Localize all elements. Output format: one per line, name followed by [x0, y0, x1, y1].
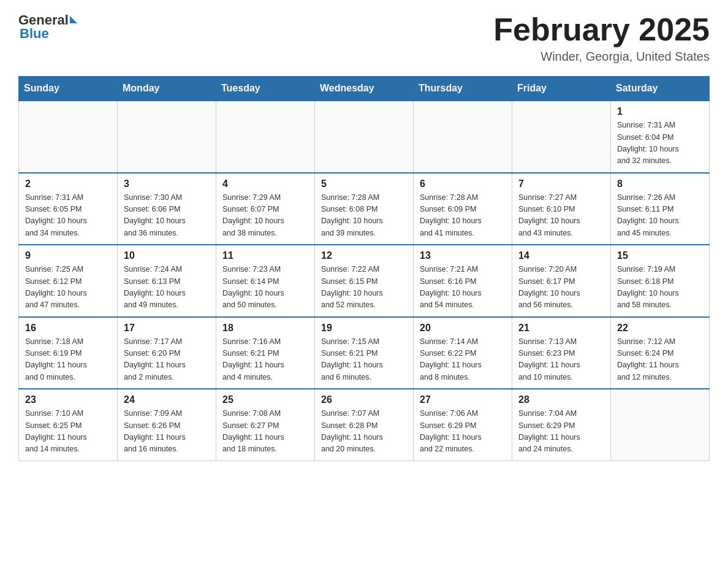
- day-number: 22: [617, 323, 703, 334]
- day-number: 13: [420, 250, 506, 261]
- day-number: 5: [321, 178, 407, 190]
- day-info: Sunrise: 7:06 AM Sunset: 6:29 PM Dayligh…: [420, 408, 506, 456]
- logo: General Blue: [18, 12, 77, 42]
- calendar-week-row: 23Sunrise: 7:10 AM Sunset: 6:25 PM Dayli…: [19, 389, 710, 461]
- calendar-cell: 16Sunrise: 7:18 AM Sunset: 6:19 PM Dayli…: [19, 317, 118, 389]
- calendar-cell: 23Sunrise: 7:10 AM Sunset: 6:25 PM Dayli…: [19, 389, 118, 461]
- weekday-header-thursday: Thursday: [414, 77, 512, 101]
- calendar-cell: 11Sunrise: 7:23 AM Sunset: 6:14 PM Dayli…: [216, 245, 315, 317]
- day-number: 15: [617, 250, 703, 261]
- day-number: 3: [124, 178, 210, 190]
- calendar-table: SundayMondayTuesdayWednesdayThursdayFrid…: [18, 76, 710, 461]
- title-block: February 2025 Winder, Georgia, United St…: [493, 12, 710, 64]
- day-number: 19: [321, 323, 407, 334]
- logo-triangle-icon: [70, 16, 77, 23]
- page-header: General Blue February 2025 Winder, Georg…: [18, 12, 710, 64]
- day-info: Sunrise: 7:26 AM Sunset: 6:11 PM Dayligh…: [617, 192, 703, 240]
- day-number: 26: [321, 394, 407, 405]
- day-info: Sunrise: 7:20 AM Sunset: 6:17 PM Dayligh…: [518, 264, 604, 312]
- day-number: 7: [518, 178, 604, 190]
- calendar-cell: 19Sunrise: 7:15 AM Sunset: 6:21 PM Dayli…: [315, 317, 414, 389]
- weekday-header-friday: Friday: [512, 77, 611, 101]
- calendar-cell: 7Sunrise: 7:27 AM Sunset: 6:10 PM Daylig…: [512, 173, 611, 245]
- calendar-cell: 2Sunrise: 7:31 AM Sunset: 6:05 PM Daylig…: [19, 173, 118, 245]
- calendar-cell: [216, 101, 315, 173]
- day-number: 16: [25, 323, 111, 334]
- calendar-cell: 17Sunrise: 7:17 AM Sunset: 6:20 PM Dayli…: [118, 317, 216, 389]
- day-info: Sunrise: 7:31 AM Sunset: 6:05 PM Dayligh…: [25, 192, 111, 240]
- day-info: Sunrise: 7:18 AM Sunset: 6:19 PM Dayligh…: [25, 336, 111, 384]
- day-info: Sunrise: 7:13 AM Sunset: 6:23 PM Dayligh…: [518, 336, 604, 384]
- day-info: Sunrise: 7:23 AM Sunset: 6:14 PM Dayligh…: [222, 264, 308, 312]
- day-number: 24: [124, 394, 210, 405]
- calendar-week-row: 9Sunrise: 7:25 AM Sunset: 6:12 PM Daylig…: [19, 245, 710, 317]
- calendar-cell: 5Sunrise: 7:28 AM Sunset: 6:08 PM Daylig…: [315, 173, 414, 245]
- day-number: 25: [222, 394, 308, 405]
- calendar-cell: 20Sunrise: 7:14 AM Sunset: 6:22 PM Dayli…: [414, 317, 512, 389]
- calendar-cell: 12Sunrise: 7:22 AM Sunset: 6:15 PM Dayli…: [315, 245, 414, 317]
- day-info: Sunrise: 7:10 AM Sunset: 6:25 PM Dayligh…: [25, 408, 111, 456]
- day-info: Sunrise: 7:17 AM Sunset: 6:20 PM Dayligh…: [124, 336, 210, 384]
- calendar-cell: 13Sunrise: 7:21 AM Sunset: 6:16 PM Dayli…: [414, 245, 512, 317]
- day-number: 10: [124, 250, 210, 261]
- calendar-cell: 14Sunrise: 7:20 AM Sunset: 6:17 PM Dayli…: [512, 245, 611, 317]
- calendar-cell: 10Sunrise: 7:24 AM Sunset: 6:13 PM Dayli…: [118, 245, 216, 317]
- calendar-cell: [118, 101, 216, 173]
- month-title: February 2025: [493, 12, 710, 47]
- calendar-cell: 15Sunrise: 7:19 AM Sunset: 6:18 PM Dayli…: [611, 245, 710, 317]
- day-info: Sunrise: 7:27 AM Sunset: 6:10 PM Dayligh…: [518, 192, 604, 240]
- day-info: Sunrise: 7:07 AM Sunset: 6:28 PM Dayligh…: [321, 408, 407, 456]
- day-info: Sunrise: 7:16 AM Sunset: 6:21 PM Dayligh…: [222, 336, 308, 384]
- calendar-cell: 26Sunrise: 7:07 AM Sunset: 6:28 PM Dayli…: [315, 389, 414, 461]
- calendar-cell: 27Sunrise: 7:06 AM Sunset: 6:29 PM Dayli…: [414, 389, 512, 461]
- day-info: Sunrise: 7:12 AM Sunset: 6:24 PM Dayligh…: [617, 336, 703, 384]
- day-info: Sunrise: 7:15 AM Sunset: 6:21 PM Dayligh…: [321, 336, 407, 384]
- calendar-cell: 22Sunrise: 7:12 AM Sunset: 6:24 PM Dayli…: [611, 317, 710, 389]
- calendar-cell: [414, 101, 512, 173]
- day-number: 20: [420, 323, 506, 334]
- day-info: Sunrise: 7:22 AM Sunset: 6:15 PM Dayligh…: [321, 264, 407, 312]
- calendar-cell: 25Sunrise: 7:08 AM Sunset: 6:27 PM Dayli…: [216, 389, 315, 461]
- day-number: 9: [25, 250, 111, 261]
- day-number: 6: [420, 178, 506, 190]
- day-info: Sunrise: 7:08 AM Sunset: 6:27 PM Dayligh…: [222, 408, 308, 456]
- calendar-cell: [512, 101, 611, 173]
- calendar-cell: 21Sunrise: 7:13 AM Sunset: 6:23 PM Dayli…: [512, 317, 611, 389]
- day-info: Sunrise: 7:25 AM Sunset: 6:12 PM Dayligh…: [25, 264, 111, 312]
- day-number: 12: [321, 250, 407, 261]
- calendar-cell: 28Sunrise: 7:04 AM Sunset: 6:29 PM Dayli…: [512, 389, 611, 461]
- calendar-week-row: 16Sunrise: 7:18 AM Sunset: 6:19 PM Dayli…: [19, 317, 710, 389]
- calendar-header-row: SundayMondayTuesdayWednesdayThursdayFrid…: [19, 77, 710, 101]
- day-info: Sunrise: 7:29 AM Sunset: 6:07 PM Dayligh…: [222, 192, 308, 240]
- day-number: 17: [124, 323, 210, 334]
- day-number: 23: [25, 394, 111, 405]
- day-number: 27: [420, 394, 506, 405]
- calendar-cell: 1Sunrise: 7:31 AM Sunset: 6:04 PM Daylig…: [611, 101, 710, 173]
- calendar-cell: 24Sunrise: 7:09 AM Sunset: 6:26 PM Dayli…: [118, 389, 216, 461]
- calendar-cell: 6Sunrise: 7:28 AM Sunset: 6:09 PM Daylig…: [414, 173, 512, 245]
- calendar-cell: 18Sunrise: 7:16 AM Sunset: 6:21 PM Dayli…: [216, 317, 315, 389]
- calendar-cell: 9Sunrise: 7:25 AM Sunset: 6:12 PM Daylig…: [19, 245, 118, 317]
- day-number: 4: [222, 178, 308, 190]
- day-info: Sunrise: 7:21 AM Sunset: 6:16 PM Dayligh…: [420, 264, 506, 312]
- calendar-cell: [315, 101, 414, 173]
- day-number: 18: [222, 323, 308, 334]
- day-info: Sunrise: 7:28 AM Sunset: 6:09 PM Dayligh…: [420, 192, 506, 240]
- day-info: Sunrise: 7:19 AM Sunset: 6:18 PM Dayligh…: [617, 264, 703, 312]
- logo-blue-text: Blue: [20, 26, 49, 42]
- calendar-cell: 4Sunrise: 7:29 AM Sunset: 6:07 PM Daylig…: [216, 173, 315, 245]
- calendar-cell: [19, 101, 118, 173]
- weekday-header-tuesday: Tuesday: [216, 77, 315, 101]
- day-number: 11: [222, 250, 308, 261]
- day-number: 14: [518, 250, 604, 261]
- weekday-header-monday: Monday: [118, 77, 216, 101]
- day-number: 28: [518, 394, 604, 405]
- day-info: Sunrise: 7:28 AM Sunset: 6:08 PM Dayligh…: [321, 192, 407, 240]
- day-number: 21: [518, 323, 604, 334]
- day-number: 1: [617, 106, 703, 117]
- day-info: Sunrise: 7:14 AM Sunset: 6:22 PM Dayligh…: [420, 336, 506, 384]
- day-number: 8: [617, 178, 703, 190]
- day-info: Sunrise: 7:30 AM Sunset: 6:06 PM Dayligh…: [124, 192, 210, 240]
- location-subtitle: Winder, Georgia, United States: [493, 50, 710, 64]
- calendar-cell: 3Sunrise: 7:30 AM Sunset: 6:06 PM Daylig…: [118, 173, 216, 245]
